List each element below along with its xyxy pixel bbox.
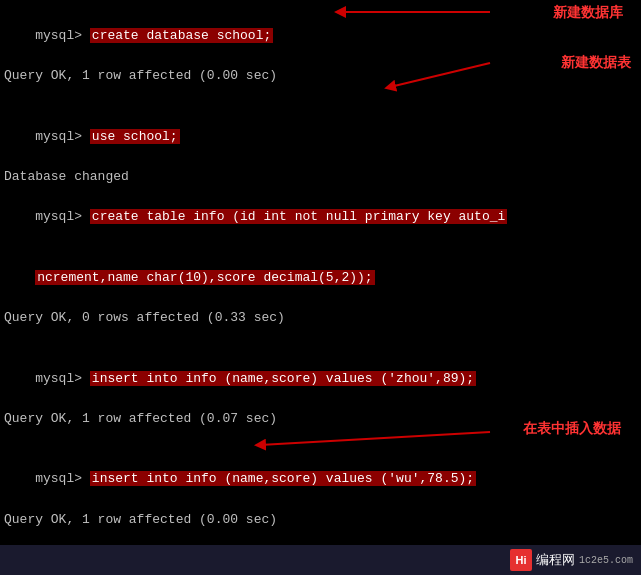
line-3b: ncrement,name char(10),score decimal(5,2… <box>4 248 637 308</box>
prompt-1: mysql> <box>35 28 90 43</box>
footer-bar: Hi 编程网 1c2e5.com <box>0 545 641 575</box>
result-5: Query OK, 1 row affected (0.00 sec) <box>4 510 637 530</box>
logo-icon: Hi <box>510 549 532 571</box>
result-2: Database changed <box>4 167 637 187</box>
prompt-5: mysql> <box>35 471 90 486</box>
line-5: mysql> insert into info (name,score) val… <box>4 449 637 509</box>
footer-logo: Hi 编程网 1c2e5.com <box>510 549 633 571</box>
cmd-3: create table info (id int not null prima… <box>90 209 507 224</box>
line-4: mysql> insert into info (name,score) val… <box>4 348 637 408</box>
terminal: mysql> create database school; Query OK,… <box>0 0 641 545</box>
logo-text: 编程网 <box>536 551 575 569</box>
line-1: mysql> create database school; <box>4 6 637 66</box>
annotation-new-table: 新建数据表 <box>561 54 631 72</box>
line-2: mysql> use school; <box>4 107 637 167</box>
line-3: mysql> create table info (id int not nul… <box>4 187 637 247</box>
cmd-1: create database school; <box>90 28 273 43</box>
spacer-1 <box>4 87 637 107</box>
annotation-insert-data: 在表中插入数据 <box>523 420 621 438</box>
result-1: Query OK, 1 row affected (0.00 sec) <box>4 66 637 86</box>
spacer-2 <box>4 328 637 348</box>
prompt-2: mysql> <box>35 129 90 144</box>
prompt-3: mysql> <box>35 209 90 224</box>
cmd-4: insert into info (name,score) values ('z… <box>90 371 476 386</box>
cmd-2: use school; <box>90 129 180 144</box>
annotation-new-db: 新建数据库 <box>553 4 623 22</box>
cmd-5: insert into info (name,score) values ('w… <box>90 471 476 486</box>
cmd-3b: ncrement,name char(10),score decimal(5,2… <box>35 270 374 285</box>
result-3: Query OK, 0 rows affected (0.33 sec) <box>4 308 637 328</box>
prompt-4: mysql> <box>35 371 90 386</box>
logo-domain: 1c2e5.com <box>579 555 633 566</box>
